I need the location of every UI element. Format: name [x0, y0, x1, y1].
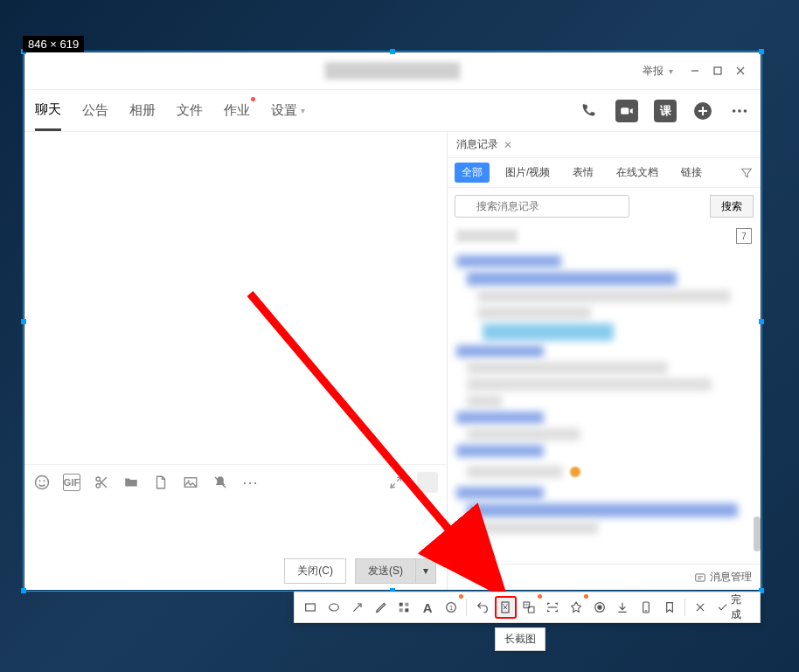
- tooltip: 长截图: [495, 627, 545, 651]
- resize-handle[interactable]: [21, 588, 26, 593]
- ellipse-icon[interactable]: [323, 596, 345, 619]
- svg-rect-33: [400, 608, 403, 612]
- svg-line-30: [353, 605, 360, 612]
- screenshot-toolbar: A 1 中 完成: [294, 592, 761, 623]
- rectangle-icon[interactable]: [300, 596, 322, 619]
- phone-send-icon[interactable]: [636, 596, 657, 619]
- svg-rect-31: [400, 603, 403, 606]
- serial-icon[interactable]: 1: [441, 596, 462, 619]
- check-icon: [717, 601, 728, 613]
- selection-dimensions: 846 × 619: [23, 36, 84, 52]
- mosaic-icon[interactable]: [393, 596, 415, 619]
- arrow-tool-icon[interactable]: [347, 596, 369, 619]
- undo-icon[interactable]: [471, 596, 493, 619]
- long-screenshot-icon[interactable]: [495, 596, 517, 619]
- download-icon[interactable]: [612, 596, 634, 619]
- resize-handle[interactable]: [759, 49, 764, 54]
- resize-handle[interactable]: [21, 319, 26, 324]
- svg-point-47: [597, 605, 601, 609]
- svg-rect-32: [406, 603, 409, 606]
- translate-icon[interactable]: 中: [518, 596, 540, 619]
- ocr-icon[interactable]: [542, 596, 564, 619]
- svg-point-29: [330, 604, 339, 611]
- svg-rect-34: [406, 608, 409, 612]
- svg-rect-28: [306, 604, 316, 611]
- svg-text:1: 1: [449, 604, 453, 612]
- svg-point-38: [504, 604, 504, 605]
- resize-handle[interactable]: [759, 319, 764, 324]
- done-button[interactable]: 完成: [713, 592, 754, 622]
- svg-point-39: [507, 604, 508, 605]
- bookmark-icon[interactable]: [658, 596, 680, 619]
- record-icon[interactable]: [588, 596, 610, 619]
- text-icon[interactable]: A: [417, 596, 439, 619]
- svg-text:中: 中: [525, 602, 529, 607]
- pen-icon[interactable]: [370, 596, 392, 619]
- resize-handle[interactable]: [390, 49, 395, 54]
- pin-icon[interactable]: [565, 596, 587, 619]
- screenshot-selection[interactable]: [23, 51, 762, 592]
- cancel-icon[interactable]: [690, 596, 712, 619]
